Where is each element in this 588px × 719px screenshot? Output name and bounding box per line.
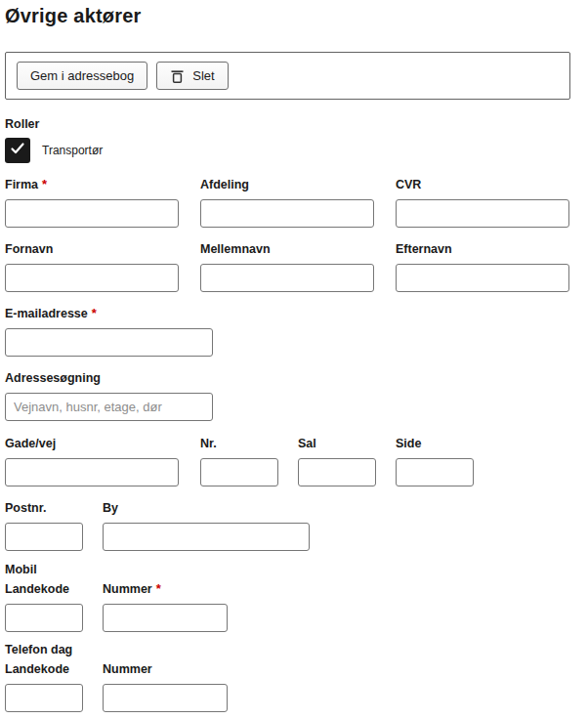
mobile-row: Landekode Nummer*: [5, 582, 588, 632]
mobil-nummer-label: Nummer*: [103, 582, 228, 596]
name-row: Fornavn Mellemnavn Efternavn: [5, 242, 588, 292]
required-asterisk: *: [92, 306, 97, 320]
mobil-landekode-input[interactable]: [5, 604, 83, 632]
delete-button[interactable]: Slet: [156, 62, 228, 90]
mellemnavn-input[interactable]: [200, 264, 374, 292]
gadevej-label: Gade/vej: [5, 437, 179, 450]
trash-icon: [170, 68, 185, 84]
transportoer-checkbox-label: Transportør: [42, 144, 103, 157]
cvr-input[interactable]: [396, 199, 569, 228]
side-input[interactable]: [396, 458, 474, 486]
cvr-label: CVR: [396, 178, 569, 191]
mobile-group: Mobil Landekode Nummer*: [5, 563, 588, 632]
afdeling-label: Afdeling: [200, 178, 374, 191]
save-to-addressbook-button[interactable]: Gem i adressebog: [17, 62, 147, 90]
telefon-dag-landekode-input[interactable]: [5, 684, 83, 712]
mobil-group-label: Mobil: [5, 563, 588, 576]
mellemnavn-label: Mellemnavn: [200, 242, 374, 256]
transportoer-checkbox[interactable]: [5, 138, 30, 163]
telefon-dag-landekode-label: Landekode: [5, 662, 83, 676]
nr-input[interactable]: [200, 458, 278, 486]
field-adressesoegning: Adressesøgning: [5, 371, 213, 421]
mobil-landekode-label: Landekode: [5, 582, 83, 596]
email-label: E-mailadresse*: [5, 307, 213, 320]
required-asterisk: *: [42, 177, 47, 191]
company-row: Firma* Afdeling CVR: [5, 178, 588, 228]
field-mobil-nummer: Nummer*: [103, 582, 228, 632]
side-label: Side: [396, 437, 474, 450]
efternavn-input[interactable]: [396, 264, 569, 292]
field-efternavn: Efternavn: [396, 242, 569, 292]
street-row: Gade/vej Nr. Sal Side: [5, 437, 588, 486]
page-title: Øvrige aktører: [5, 4, 588, 27]
telefon-dag-nummer-input[interactable]: [103, 684, 228, 712]
firma-label: Firma*: [5, 178, 179, 191]
field-telefon-dag-landekode: Landekode: [5, 662, 83, 712]
firma-input[interactable]: [5, 199, 179, 228]
field-mobil-landekode: Landekode: [5, 582, 83, 632]
by-label: By: [103, 501, 310, 515]
postnr-input[interactable]: [5, 523, 83, 551]
telefon-dag-group-label: Telefon dag: [5, 643, 588, 656]
efternavn-label: Efternavn: [396, 242, 569, 256]
sal-label: Sal: [298, 437, 376, 450]
telefon-dag-nummer-label: Nummer: [103, 662, 228, 676]
adressesoegning-input[interactable]: [5, 393, 213, 421]
gadevej-input[interactable]: [5, 458, 179, 486]
action-toolbar: Gem i adressebog Slet: [5, 52, 570, 100]
email-input[interactable]: [5, 328, 213, 357]
field-postnr: Postnr.: [5, 501, 83, 551]
field-cvr: CVR: [396, 178, 569, 228]
adressesoegning-label: Adressesøgning: [5, 371, 213, 385]
field-firma: Firma*: [5, 178, 179, 228]
email-row: E-mailadresse*: [5, 307, 588, 357]
daytime-phone-group: Telefon dag Landekode Nummer: [5, 643, 588, 712]
mobil-nummer-input[interactable]: [103, 604, 228, 632]
field-telefon-dag-nummer: Nummer: [103, 662, 228, 712]
field-nr: Nr.: [200, 437, 278, 486]
save-to-addressbook-label: Gem i adressebog: [30, 68, 134, 83]
postnr-label: Postnr.: [5, 501, 83, 515]
field-side: Side: [396, 437, 474, 486]
field-by: By: [103, 501, 310, 551]
checkmark-icon: [9, 140, 26, 161]
required-asterisk: *: [156, 581, 161, 596]
role-option-transportoer: Transportør: [5, 138, 588, 163]
fornavn-label: Fornavn: [5, 242, 179, 256]
field-email: E-mailadresse*: [5, 307, 213, 357]
field-mellemnavn: Mellemnavn: [200, 242, 374, 292]
roles-label: Roller: [5, 117, 588, 131]
fornavn-input[interactable]: [5, 264, 179, 292]
nr-label: Nr.: [200, 437, 278, 450]
sal-input[interactable]: [298, 458, 376, 486]
postal-row: Postnr. By: [5, 501, 588, 551]
field-fornavn: Fornavn: [5, 242, 179, 292]
delete-label: Slet: [192, 68, 214, 83]
afdeling-input[interactable]: [200, 199, 374, 228]
field-sal: Sal: [298, 437, 376, 486]
field-afdeling: Afdeling: [200, 178, 374, 228]
address-search-row: Adressesøgning: [5, 371, 588, 421]
daytime-phone-row: Landekode Nummer: [5, 662, 588, 712]
by-input[interactable]: [103, 523, 310, 551]
field-gadevej: Gade/vej: [5, 437, 179, 486]
